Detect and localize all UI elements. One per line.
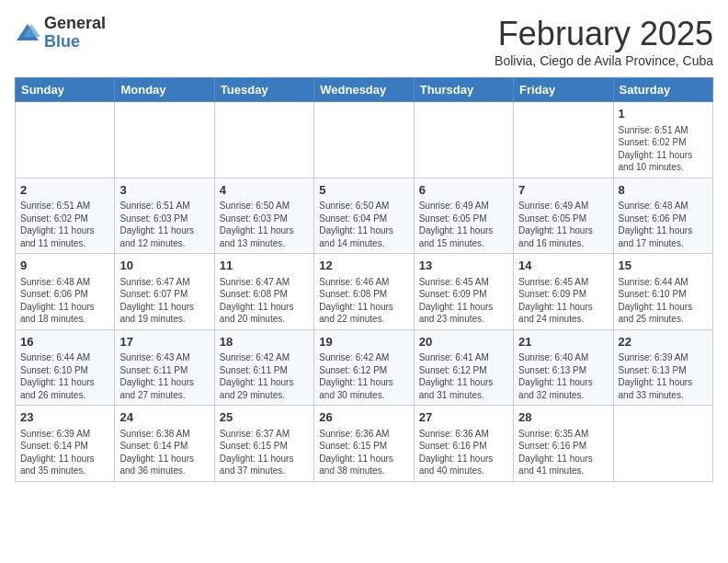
calendar-cell: 10Sunrise: 6:47 AM Sunset: 6:07 PM Dayli… <box>115 254 214 330</box>
calendar-cell: 2Sunrise: 6:51 AM Sunset: 6:02 PM Daylig… <box>16 178 115 254</box>
calendar-cell: 6Sunrise: 6:49 AM Sunset: 6:05 PM Daylig… <box>414 178 513 254</box>
day-number: 8 <box>619 182 708 199</box>
title-block: February 2025 Bolivia, Ciego de Avila Pr… <box>495 15 713 68</box>
calendar-cell: 5Sunrise: 6:50 AM Sunset: 6:04 PM Daylig… <box>314 178 414 254</box>
calendar-week-row: 2Sunrise: 6:51 AM Sunset: 6:02 PM Daylig… <box>16 178 713 254</box>
calendar-cell: 1Sunrise: 6:51 AM Sunset: 6:02 PM Daylig… <box>613 102 712 178</box>
day-info: Sunrise: 6:46 AM Sunset: 6:08 PM Dayligh… <box>319 276 408 326</box>
calendar-cell <box>214 102 313 178</box>
calendar-cell: 9Sunrise: 6:48 AM Sunset: 6:06 PM Daylig… <box>16 254 115 330</box>
calendar-cell: 21Sunrise: 6:40 AM Sunset: 6:13 PM Dayli… <box>514 329 613 406</box>
day-info: Sunrise: 6:47 AM Sunset: 6:08 PM Dayligh… <box>220 276 309 326</box>
logo-blue-text: Blue <box>44 33 106 52</box>
day-info: Sunrise: 6:39 AM Sunset: 6:13 PM Dayligh… <box>619 351 708 401</box>
day-number: 2 <box>20 182 109 199</box>
day-number: 3 <box>119 182 209 199</box>
day-info: Sunrise: 6:51 AM Sunset: 6:02 PM Dayligh… <box>619 124 708 174</box>
day-info: Sunrise: 6:38 AM Sunset: 6:14 PM Dayligh… <box>119 428 209 477</box>
day-number: 19 <box>319 334 408 350</box>
day-info: Sunrise: 6:36 AM Sunset: 6:15 PM Dayligh… <box>319 428 408 477</box>
calendar-table: SundayMondayTuesdayWednesdayThursdayFrid… <box>15 77 713 482</box>
day-info: Sunrise: 6:35 AM Sunset: 6:16 PM Dayligh… <box>518 428 608 477</box>
calendar-cell: 13Sunrise: 6:45 AM Sunset: 6:09 PM Dayli… <box>414 254 513 330</box>
calendar-cell: 16Sunrise: 6:44 AM Sunset: 6:10 PM Dayli… <box>16 329 115 406</box>
day-info: Sunrise: 6:50 AM Sunset: 6:03 PM Dayligh… <box>220 200 309 249</box>
day-info: Sunrise: 6:42 AM Sunset: 6:12 PM Dayligh… <box>319 351 408 401</box>
calendar-cell <box>314 102 414 178</box>
day-info: Sunrise: 6:43 AM Sunset: 6:11 PM Dayligh… <box>119 351 209 401</box>
day-number: 9 <box>20 258 109 274</box>
day-info: Sunrise: 6:45 AM Sunset: 6:09 PM Dayligh… <box>419 276 508 326</box>
logo: General Blue <box>15 15 106 52</box>
day-info: Sunrise: 6:49 AM Sunset: 6:05 PM Dayligh… <box>518 200 608 249</box>
day-info: Sunrise: 6:50 AM Sunset: 6:04 PM Dayligh… <box>319 200 408 249</box>
day-number: 16 <box>20 334 109 350</box>
calendar-cell: 19Sunrise: 6:42 AM Sunset: 6:12 PM Dayli… <box>314 329 414 406</box>
calendar-cell <box>514 102 613 178</box>
day-number: 24 <box>119 409 209 426</box>
location-subtitle: Bolivia, Ciego de Avila Province, Cuba <box>495 53 713 68</box>
calendar-cell: 24Sunrise: 6:38 AM Sunset: 6:14 PM Dayli… <box>115 406 214 482</box>
day-number: 27 <box>419 409 508 426</box>
day-info: Sunrise: 6:42 AM Sunset: 6:11 PM Dayligh… <box>220 351 309 401</box>
weekday-header-sunday: Sunday <box>16 78 115 102</box>
weekday-header-row: SundayMondayTuesdayWednesdayThursdayFrid… <box>16 78 713 102</box>
weekday-header-wednesday: Wednesday <box>314 78 414 102</box>
month-year-title: February 2025 <box>495 15 713 53</box>
weekday-header-friday: Friday <box>514 78 613 102</box>
calendar-cell: 12Sunrise: 6:46 AM Sunset: 6:08 PM Dayli… <box>314 254 414 330</box>
day-number: 18 <box>220 334 309 350</box>
calendar-cell <box>613 406 712 482</box>
calendar-week-row: 1Sunrise: 6:51 AM Sunset: 6:02 PM Daylig… <box>16 102 713 178</box>
calendar-cell: 11Sunrise: 6:47 AM Sunset: 6:08 PM Dayli… <box>214 254 313 330</box>
day-info: Sunrise: 6:49 AM Sunset: 6:05 PM Dayligh… <box>419 200 508 249</box>
day-number: 28 <box>518 409 608 426</box>
page-header: General Blue February 2025 Bolivia, Cieg… <box>15 15 713 68</box>
day-info: Sunrise: 6:51 AM Sunset: 6:03 PM Dayligh… <box>119 200 209 249</box>
weekday-header-monday: Monday <box>115 78 214 102</box>
day-info: Sunrise: 6:36 AM Sunset: 6:16 PM Dayligh… <box>419 428 508 477</box>
logo-general-text: General <box>44 15 106 33</box>
calendar-cell <box>16 102 115 178</box>
calendar-cell: 7Sunrise: 6:49 AM Sunset: 6:05 PM Daylig… <box>514 178 613 254</box>
day-info: Sunrise: 6:39 AM Sunset: 6:14 PM Dayligh… <box>20 428 109 477</box>
calendar-cell: 17Sunrise: 6:43 AM Sunset: 6:11 PM Dayli… <box>115 329 214 406</box>
day-number: 15 <box>619 258 708 274</box>
calendar-cell: 18Sunrise: 6:42 AM Sunset: 6:11 PM Dayli… <box>214 329 313 406</box>
weekday-header-tuesday: Tuesday <box>214 78 313 102</box>
day-number: 13 <box>419 258 508 274</box>
day-info: Sunrise: 6:40 AM Sunset: 6:13 PM Dayligh… <box>518 351 608 401</box>
day-number: 6 <box>419 182 508 199</box>
calendar-cell: 23Sunrise: 6:39 AM Sunset: 6:14 PM Dayli… <box>16 406 115 482</box>
day-number: 4 <box>220 182 309 199</box>
calendar-cell: 26Sunrise: 6:36 AM Sunset: 6:15 PM Dayli… <box>314 406 414 482</box>
calendar-cell: 27Sunrise: 6:36 AM Sunset: 6:16 PM Dayli… <box>414 406 513 482</box>
day-number: 11 <box>220 258 309 274</box>
day-number: 10 <box>119 258 209 274</box>
day-info: Sunrise: 6:48 AM Sunset: 6:06 PM Dayligh… <box>20 276 109 326</box>
day-info: Sunrise: 6:51 AM Sunset: 6:02 PM Dayligh… <box>20 200 109 249</box>
calendar-cell: 14Sunrise: 6:45 AM Sunset: 6:09 PM Dayli… <box>514 254 613 330</box>
calendar-cell: 4Sunrise: 6:50 AM Sunset: 6:03 PM Daylig… <box>214 178 313 254</box>
day-info: Sunrise: 6:48 AM Sunset: 6:06 PM Dayligh… <box>619 200 708 249</box>
day-number: 7 <box>518 182 608 199</box>
day-number: 1 <box>619 106 708 122</box>
day-number: 5 <box>319 182 408 199</box>
day-number: 14 <box>518 258 608 274</box>
day-number: 22 <box>619 334 708 350</box>
day-number: 12 <box>319 258 408 274</box>
day-info: Sunrise: 6:47 AM Sunset: 6:07 PM Dayligh… <box>119 276 209 326</box>
calendar-cell <box>115 102 214 178</box>
logo-icon <box>15 20 40 46</box>
calendar-cell: 8Sunrise: 6:48 AM Sunset: 6:06 PM Daylig… <box>613 178 712 254</box>
weekday-header-saturday: Saturday <box>613 78 712 102</box>
calendar-cell <box>414 102 513 178</box>
calendar-cell: 3Sunrise: 6:51 AM Sunset: 6:03 PM Daylig… <box>115 178 214 254</box>
day-info: Sunrise: 6:44 AM Sunset: 6:10 PM Dayligh… <box>619 276 708 326</box>
day-number: 17 <box>119 334 209 350</box>
calendar-week-row: 9Sunrise: 6:48 AM Sunset: 6:06 PM Daylig… <box>16 254 713 330</box>
day-number: 20 <box>419 334 508 350</box>
day-info: Sunrise: 6:44 AM Sunset: 6:10 PM Dayligh… <box>20 351 109 401</box>
day-number: 23 <box>20 409 109 426</box>
day-info: Sunrise: 6:45 AM Sunset: 6:09 PM Dayligh… <box>518 276 608 326</box>
